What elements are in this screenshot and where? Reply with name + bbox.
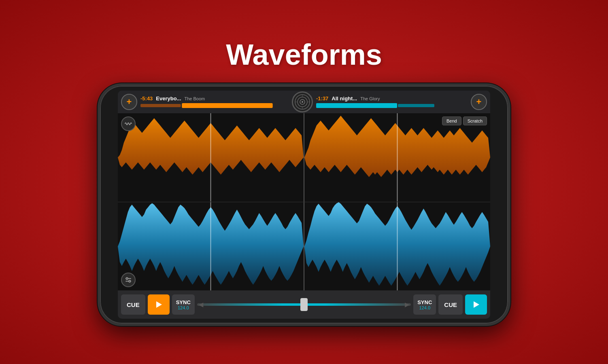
waveform-area[interactable]: Bend Scratch	[118, 113, 490, 290]
cue-right-button[interactable]: CUE	[438, 294, 463, 315]
track-info-right: -1:37 All night... The Glory	[313, 95, 471, 109]
add-deck-right-button[interactable]: +	[471, 94, 487, 110]
svg-marker-20	[156, 301, 162, 308]
deck-right-artist: The Glory	[360, 96, 380, 101]
bottom-controls: CUE SYNC 124.0 ◀ ▶	[118, 290, 490, 319]
deck-left-time: -5:43	[140, 95, 153, 102]
pitch-slider[interactable]: ◀ ▶	[197, 294, 411, 315]
scratch-button[interactable]: Scratch	[463, 116, 487, 125]
pitch-controls: Bend Scratch	[442, 116, 487, 125]
deck-right-time: -1:37	[316, 95, 328, 102]
deck-left-artist: The Boom	[185, 96, 205, 101]
bend-button[interactable]: Bend	[442, 116, 461, 125]
svg-point-17	[129, 280, 131, 282]
mixer-icon[interactable]	[121, 273, 136, 287]
phone-wrapper: + -5:43 Everybo... The Boom	[98, 83, 510, 326]
sync-right-button[interactable]: SYNC 124.0	[413, 294, 436, 315]
svg-rect-11	[398, 104, 434, 107]
track-info-left: -5:43 Everybo... The Boom	[137, 95, 292, 109]
play-left-button[interactable]	[148, 294, 170, 315]
page-title: Waveforms	[226, 38, 382, 71]
svg-rect-1	[182, 103, 272, 108]
svg-marker-21	[474, 301, 479, 308]
add-deck-left-button[interactable]: +	[121, 94, 137, 110]
cue-left-button[interactable]: CUE	[121, 294, 145, 315]
deck-left-track-name: Everybo...	[156, 95, 181, 102]
top-bar: + -5:43 Everybo... The Boom	[118, 91, 490, 113]
center-logo	[292, 91, 313, 112]
svg-rect-0	[140, 104, 181, 107]
play-right-button[interactable]	[465, 294, 487, 315]
svg-point-5	[302, 101, 303, 103]
svg-rect-10	[316, 103, 397, 108]
waveform-mode-icon[interactable]	[121, 116, 136, 131]
svg-point-16	[126, 277, 128, 279]
pitch-thumb[interactable]	[300, 298, 308, 311]
deck-right-track-name: All night...	[332, 95, 357, 102]
phone-screen: + -5:43 Everybo... The Boom	[118, 91, 490, 319]
sync-left-button[interactable]: SYNC 124.0	[172, 294, 195, 315]
